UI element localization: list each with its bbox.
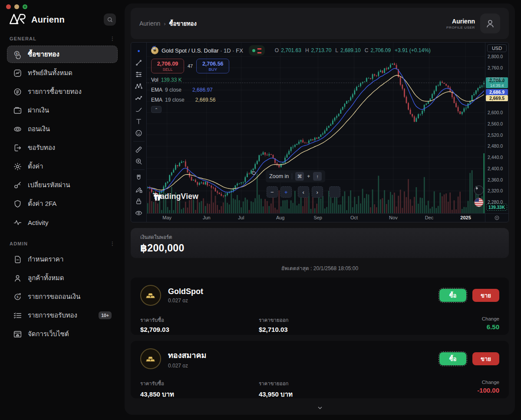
scroll-left-button[interactable]: ‹ <box>298 186 309 198</box>
close-window-icon[interactable] <box>6 4 11 9</box>
magnet-tool-icon[interactable] <box>133 173 145 183</box>
zoom-tooltip: Zoom in ⌘ + ↑ <box>266 170 325 182</box>
buy-button[interactable]: ซื้อ <box>439 289 466 302</box>
xabcd-pattern-tool-icon[interactable] <box>133 81 145 91</box>
ohlc-value: 2,689.10 <box>340 47 361 53</box>
sidebar-item[interactable]: จัดการเว็บไซต์ <box>7 325 118 343</box>
instant-order-icon[interactable] <box>474 185 484 195</box>
sidebar-item[interactable]: ทรัพย์สินทั้งหมด <box>7 64 118 82</box>
ask-price: $2,710.03 <box>259 326 377 333</box>
checklist-icon <box>13 311 22 320</box>
sidebar-item[interactable]: เปลี่ยนรหัสผ่าน <box>7 176 118 194</box>
section-kebab-icon[interactable]: ⋮ <box>110 36 115 42</box>
ohlc-key: L <box>335 47 338 53</box>
emoji-tool-icon[interactable] <box>133 128 145 138</box>
browser-icon <box>13 330 22 339</box>
bid-label: ราคารับซื้อ <box>140 380 259 387</box>
bid-label: ราคารับซื้อ <box>140 316 259 324</box>
asset-name: GoldSpot <box>168 287 203 296</box>
sell-button[interactable]: ขาย <box>472 352 499 365</box>
sidebar-item-label: ตั้งค่า <box>28 161 43 172</box>
sell-button[interactable]: ขาย <box>472 289 499 302</box>
text-tool-icon[interactable] <box>133 116 145 126</box>
ohlc-key: O <box>275 47 279 53</box>
axis-currency-button[interactable]: USD <box>487 44 507 52</box>
projection-tool-icon[interactable] <box>133 93 145 103</box>
trend-line-tool-icon[interactable] <box>133 58 145 68</box>
expand-more-button[interactable] <box>131 404 509 413</box>
asset-card: ทองสมาคม 0.027 oz ซื้อ ขาย ราคารับซื้อ43… <box>131 341 509 398</box>
time-axis-label: Jul <box>238 215 244 220</box>
time-axis[interactable]: MayJunJulAugSepOctNovDec2025 <box>147 213 485 222</box>
price-tick: 2,320.0 <box>485 188 506 193</box>
indicator-row[interactable]: EMA 19 close 2,669.56 <box>151 96 431 103</box>
sidebar-item[interactable]: ขอรับทอง <box>7 139 118 156</box>
zoom-in-tool-icon[interactable] <box>133 156 145 166</box>
sidebar-item[interactable]: ลูกค้าทั้งหมด <box>7 269 118 287</box>
buy-button[interactable]: ซื้อ <box>439 352 466 365</box>
wallet-icon <box>13 106 22 115</box>
sidebar-item[interactable]: รายการขอรับทอง10+ <box>7 307 118 324</box>
change-label: Change <box>477 380 499 385</box>
sidebar-item[interactable]: รายการซื้อขายทอง <box>7 83 118 100</box>
breadcrumb-root[interactable]: Aurienn <box>139 20 160 27</box>
sidebar-item-label: ถอนเงิน <box>28 124 50 134</box>
time-axis-label: 2025 <box>460 215 471 220</box>
price-tick: 2,440.0 <box>485 155 506 160</box>
sidebar-item-label: เปลี่ยนรหัสผ่าน <box>28 180 70 190</box>
chart-plot-area[interactable]: Gold Spot / U.S. Dollar · 1D · FX ▬▬ O2,… <box>147 43 485 213</box>
sidebar-item[interactable]: ตั้งค่า <box>7 158 118 175</box>
eye-tool-icon[interactable] <box>133 208 145 218</box>
maximize-window-icon[interactable] <box>23 4 27 9</box>
chart-symbol[interactable]: Gold Spot / U.S. Dollar · 1D · FX <box>162 47 243 54</box>
gear-icon <box>13 162 22 171</box>
sidebar-item[interactable]: ตั้งค่า 2FA <box>7 195 118 212</box>
market-open-dot-icon <box>252 49 255 52</box>
indicator-row[interactable]: EMA 9 close 2,686.97 <box>151 86 431 93</box>
fib-retracement-tool-icon[interactable] <box>133 69 145 79</box>
ohlc-value: 2,713.70 <box>311 47 332 53</box>
axis-settings-button[interactable] <box>485 213 508 222</box>
market-status-pill[interactable]: ▬▬ <box>249 45 265 56</box>
sidebar-item-label: ซื้อขายทอง <box>28 49 59 60</box>
draw-lock-tool-icon[interactable] <box>133 185 145 195</box>
price-axis[interactable]: USD 2,706.0 14:35:4 2,686.9 2,669.5 139.… <box>485 43 508 213</box>
search-button[interactable] <box>104 13 116 26</box>
ask-label: ราคาขายออก <box>259 316 377 324</box>
reset-chart-button[interactable] <box>329 186 340 198</box>
profile-role: PROFILE USER <box>446 26 475 30</box>
avatar[interactable] <box>480 13 500 33</box>
scroll-right-button[interactable]: › <box>312 186 323 198</box>
bar-countdown: 14:35:4 <box>486 83 508 88</box>
key-icon <box>13 181 22 190</box>
profile-area[interactable]: Aurienn PROFILE USER <box>446 13 500 33</box>
buy-button[interactable]: 2,706.56 BUY <box>196 59 229 73</box>
ohlc-change: +3.91 (+0.14%) <box>395 47 431 53</box>
price-tick: 2,520.0 <box>485 132 506 138</box>
tradingview-chart[interactable]: Gold Spot / U.S. Dollar · 1D · FX ▬▬ O2,… <box>131 42 509 222</box>
zoom-in-button[interactable]: + <box>280 186 292 198</box>
section-kebab-icon[interactable]: ⋮ <box>110 241 115 247</box>
sidebar-item[interactable]: ฝากเงิน <box>7 102 118 119</box>
sidebar-item[interactable]: กำหนดราคา <box>7 251 118 268</box>
sidebar-item[interactable]: ถอนเงิน <box>7 120 118 138</box>
ohlc-value: 2,706.09 <box>370 47 391 53</box>
ema19-price-label: 2,669.5 <box>486 95 508 101</box>
app-title: Aurienn <box>31 15 65 25</box>
sidebar-item[interactable]: $ ซื้อขายทอง <box>7 46 118 63</box>
cursor-dot-tool-icon[interactable] <box>133 46 145 56</box>
price-tick: 2,280.0 <box>485 199 506 205</box>
sidebar-item[interactable]: Activity <box>7 214 118 231</box>
brush-tool-icon[interactable] <box>133 105 145 115</box>
gold-bars-icon <box>140 285 161 306</box>
tradingview-logo[interactable]: TradingView <box>153 192 198 201</box>
sell-button[interactable]: 2,706.09 SELL <box>151 59 184 73</box>
lock-tool-icon[interactable] <box>133 196 145 206</box>
zoom-out-button[interactable]: − <box>267 186 278 198</box>
sidebar-item[interactable]: $ รายการขอถอนเงิน <box>7 288 118 305</box>
ruler-tool-icon[interactable] <box>133 145 145 155</box>
legend-collapse-button[interactable]: ⌃ <box>151 106 162 113</box>
minimize-window-icon[interactable] <box>14 4 19 9</box>
trade-list-icon <box>13 87 22 96</box>
price-tick: 2,480.0 <box>485 143 506 149</box>
